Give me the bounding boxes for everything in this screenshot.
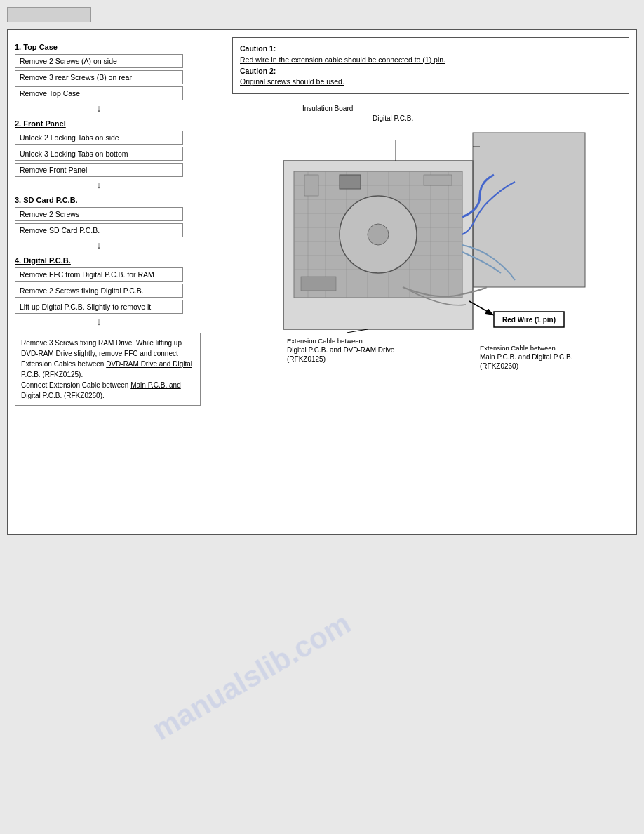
watermark: manualslib.com [147, 607, 356, 747]
step-box: Remove 2 Screws (A) on side [15, 54, 183, 68]
svg-rect-21 [301, 277, 336, 291]
svg-text:(RFKZ0260): (RFKZ0260) [480, 362, 518, 370]
svg-text:Digital P.C.B. and DVD-RAM Dri: Digital P.C.B. and DVD-RAM Drive [287, 346, 395, 354]
left-column: 1. Top Case Remove 2 Screws (A) on side … [15, 37, 225, 527]
caution2-text: Original screws should be used. [240, 77, 344, 86]
svg-text:Extension Cable between: Extension Cable between [480, 344, 556, 352]
step-box: Remove 3 rear Screws (B) on rear [15, 70, 183, 84]
section-title-front-panel: 2. Front Panel [15, 119, 225, 128]
main-content-box: 1. Top Case Remove 2 Screws (A) on side … [7, 29, 637, 535]
step-box: Remove 2 Screws fixing Digital P.C.B. [15, 284, 183, 298]
svg-text:Red Wire (1 pin): Red Wire (1 pin) [502, 316, 556, 324]
label-digital-pcb: Digital P.C.B. [373, 114, 413, 122]
svg-rect-0 [473, 133, 585, 287]
svg-rect-20 [340, 175, 361, 189]
caution-box: Caution 1: Red wire in the extension cab… [232, 37, 629, 94]
step-box: Remove Front Panel [15, 163, 183, 177]
arrow-down-4: ↓ [57, 316, 141, 327]
page: 1. Top Case Remove 2 Screws (A) on side … [0, 0, 644, 834]
section-digital-pcb: 4. Digital P.C.B. Remove FFC from Digita… [15, 256, 225, 314]
main-diagram: Red Wire (1 pin) Extension Cable between… [262, 126, 599, 392]
caution1-text: Red wire in the extension cable should b… [240, 55, 445, 64]
arrow-down-3: ↓ [57, 239, 141, 251]
svg-text:(RFKZ0125): (RFKZ0125) [287, 355, 326, 363]
final-step-box: Remove 3 Screws fixing RAM Drive. While … [15, 333, 201, 406]
svg-point-19 [368, 224, 389, 245]
step-box: Unlock 3 Locking Tabs on bottom [15, 147, 183, 161]
right-column: Caution 1: Red wire in the extension cab… [232, 37, 629, 527]
section-title-sd-card: 3. SD Card P.C.B. [15, 196, 225, 204]
step-box: Lift up Digital P.C.B. Slightly to remov… [15, 300, 183, 314]
diagram-top-labels: Insulation Board Digital P.C.B. [232, 105, 629, 126]
step-box: Remove Top Case [15, 86, 183, 100]
label-insulation-board: Insulation Board [302, 105, 353, 112]
svg-rect-22 [424, 175, 452, 185]
arrow-down-2: ↓ [57, 179, 141, 190]
section-title-digital-pcb: 4. Digital P.C.B. [15, 256, 225, 265]
final-step-text-3: . [102, 392, 105, 399]
svg-text:Extension Cable between: Extension Cable between [287, 337, 363, 345]
section-top-case: 1. Top Case Remove 2 Screws (A) on side … [15, 43, 225, 100]
caution2-label: Caution 2: [240, 67, 276, 75]
svg-text:Main P.C.B. and Digital P.C.B.: Main P.C.B. and Digital P.C.B. [480, 353, 572, 361]
top-bar [7, 7, 91, 22]
section-sd-card: 3. SD Card P.C.B. Remove 2 Screws Remove… [15, 196, 225, 237]
step-box: Remove 2 Screws [15, 207, 183, 221]
caution1-label: Caution 1: [240, 44, 276, 53]
step-box: Unlock 2 Locking Tabs on side [15, 131, 183, 145]
step-box: Remove FFC from Digital P.C.B. for RAM [15, 267, 183, 282]
step-box: Remove SD Card P.C.B. [15, 223, 183, 237]
arrow-down-1: ↓ [57, 102, 141, 114]
section-title-top-case: 1. Top Case [15, 43, 225, 51]
svg-rect-23 [304, 175, 318, 196]
section-front-panel: 2. Front Panel Unlock 2 Locking Tabs on … [15, 119, 225, 177]
